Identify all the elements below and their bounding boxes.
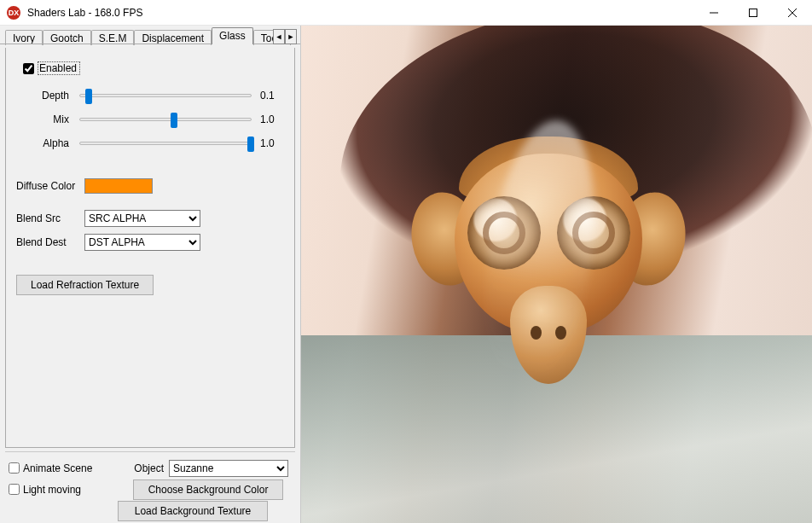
glass-suzanne bbox=[429, 102, 668, 384]
animate-scene-container: Animate Scene bbox=[5, 462, 133, 474]
maximize-button[interactable] bbox=[734, 0, 773, 26]
mix-value: 1.0 bbox=[255, 113, 284, 125]
depth-value: 0.1 bbox=[255, 90, 284, 102]
tab-scroll-left-icon[interactable]: ◄ bbox=[273, 29, 285, 44]
object-select[interactable]: Suzanne bbox=[169, 460, 288, 477]
alpha-slider-thumb[interactable] bbox=[247, 137, 254, 152]
load-refraction-row: Load Refraction Texture bbox=[16, 273, 284, 297]
tab-label: S.E.M bbox=[99, 32, 127, 44]
bottom-panel: Animate Scene Object Suzanne Light movin… bbox=[5, 451, 295, 520]
depth-slider[interactable] bbox=[79, 94, 252, 97]
button-label: Load Background Texture bbox=[135, 505, 252, 517]
tab-page-glass: Enabled Depth 0.1 Mix 1.0 Alpha 1.0 bbox=[5, 48, 295, 448]
alpha-label: Alpha bbox=[16, 137, 76, 149]
mix-label: Mix bbox=[16, 113, 76, 125]
blend-src-select[interactable]: SRC ALPHA bbox=[84, 210, 200, 227]
bottom-row-3: Load Background Texture bbox=[5, 500, 295, 521]
button-label: Load Refraction Texture bbox=[31, 279, 139, 291]
tab-glass[interactable]: Glass bbox=[212, 27, 253, 44]
titlebar: DX Shaders Lab - 168.0 FPS bbox=[0, 0, 812, 26]
svg-rect-1 bbox=[750, 9, 757, 16]
alpha-value: 1.0 bbox=[255, 137, 284, 149]
alpha-row: Alpha 1.0 bbox=[16, 131, 284, 155]
blend-src-label: Blend Src bbox=[16, 212, 84, 224]
side-panel: Ivory Gootch S.E.M Displacement Glass To… bbox=[0, 26, 301, 523]
nostrils bbox=[527, 324, 570, 343]
button-label: Choose Background Color bbox=[148, 484, 269, 496]
animate-scene-checkbox[interactable] bbox=[9, 462, 20, 474]
diffuse-label: Diffuse Color bbox=[16, 180, 84, 192]
eye-ring bbox=[572, 212, 615, 254]
diffuse-color-swatch[interactable] bbox=[84, 178, 153, 194]
alpha-slider[interactable] bbox=[79, 142, 252, 145]
enabled-row: Enabled bbox=[16, 56, 284, 80]
eye-left bbox=[467, 196, 541, 270]
load-bg-texture-chk-cell bbox=[5, 504, 118, 518]
tab-label: Ivory bbox=[13, 32, 35, 44]
choose-bg-color-button[interactable]: Choose Background Color bbox=[133, 479, 283, 500]
depth-label: Depth bbox=[16, 90, 76, 102]
enabled-checkbox[interactable] bbox=[23, 63, 34, 74]
mix-slider-thumb[interactable] bbox=[171, 113, 177, 128]
light-moving-label: Light moving bbox=[23, 484, 81, 496]
app-icon: DX bbox=[7, 6, 20, 20]
tab-bar: Ivory Gootch S.E.M Displacement Glass To… bbox=[0, 26, 300, 44]
minimize-button[interactable] bbox=[694, 0, 734, 26]
blend-dest-select[interactable]: DST ALPHA bbox=[84, 234, 200, 251]
tab-label: Glass bbox=[219, 30, 246, 42]
animate-scene-label: Animate Scene bbox=[23, 462, 92, 474]
bottom-row-2: Light moving Choose Background Color bbox=[5, 479, 295, 500]
depth-slider-thumb[interactable] bbox=[85, 89, 92, 104]
tab-underline bbox=[0, 44, 300, 44]
eye-right bbox=[557, 196, 630, 270]
light-moving-checkbox[interactable] bbox=[9, 484, 20, 495]
bottom-row-1: Animate Scene Object Suzanne bbox=[5, 457, 295, 479]
eye-ring bbox=[483, 212, 525, 254]
mix-slider[interactable] bbox=[79, 118, 252, 121]
light-moving-container: Light moving bbox=[5, 484, 133, 496]
tab-label: Gootch bbox=[50, 32, 84, 44]
rendered-scene bbox=[301, 26, 812, 523]
mix-row: Mix 1.0 bbox=[16, 108, 284, 131]
viewport[interactable] bbox=[301, 26, 812, 523]
window-title: Shaders Lab - 168.0 FPS bbox=[26, 7, 694, 19]
object-label: Object bbox=[133, 462, 169, 474]
enabled-label: Enabled bbox=[38, 61, 80, 75]
depth-row: Depth 0.1 bbox=[16, 84, 284, 108]
blend-dest-row: Blend Dest DST ALPHA bbox=[16, 230, 284, 254]
close-button[interactable] bbox=[773, 0, 812, 26]
blend-src-row: Blend Src SRC ALPHA bbox=[16, 206, 284, 230]
window-controls bbox=[694, 0, 812, 26]
blend-dest-label: Blend Dest bbox=[16, 236, 84, 248]
diffuse-row: Diffuse Color bbox=[16, 174, 284, 198]
tab-label: Displacement bbox=[142, 32, 204, 44]
tab-scroll-right-icon[interactable]: ► bbox=[285, 29, 297, 44]
load-refraction-button[interactable]: Load Refraction Texture bbox=[16, 275, 154, 295]
tab-nav: ◄ ► bbox=[273, 29, 297, 44]
load-bg-texture-button[interactable]: Load Background Texture bbox=[118, 501, 268, 521]
